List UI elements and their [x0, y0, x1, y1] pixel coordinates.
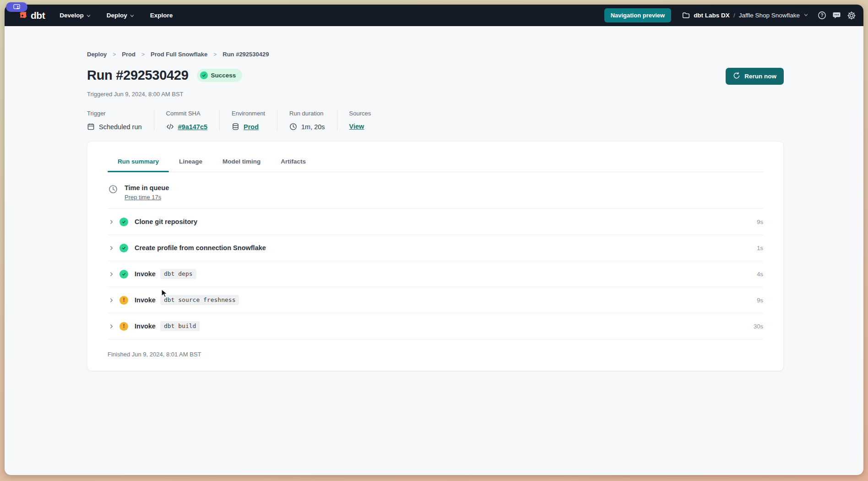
step-row[interactable]: Clone git repository9s: [108, 209, 763, 235]
chevron-down-icon: [130, 12, 135, 18]
meta-run-duration: Run duration1m, 20s: [277, 110, 337, 131]
breadcrumb-item: Run #292530429: [222, 51, 269, 58]
breadcrumb: Deploy>Prod>Prod Full Snowflake>Run #292…: [87, 51, 784, 58]
meta-trigger: TriggerScheduled run: [87, 110, 154, 131]
step-duration: 4s: [757, 271, 763, 278]
clock-icon: [108, 185, 118, 194]
chevron-right-icon[interactable]: [108, 219, 119, 225]
clock-icon: [289, 123, 297, 131]
nav-item-explore[interactable]: Explore: [150, 12, 173, 19]
breadcrumb-separator: >: [213, 51, 217, 58]
step-row[interactable]: !Invokedbt build30s: [108, 313, 763, 339]
prep-time-link[interactable]: Prep time 17s: [125, 194, 161, 201]
main-nav: DevelopDeployExplore: [60, 12, 188, 19]
queue-title: Time in queue: [125, 184, 169, 191]
breadcrumb-item[interactable]: Deploy: [87, 51, 107, 58]
meta-label: Environment: [232, 110, 265, 117]
tab-lineage[interactable]: Lineage: [169, 157, 212, 172]
database-icon: [232, 123, 239, 131]
finished-timestamp: Finished Jun 9, 2024, 8:01 AM BST: [108, 339, 763, 358]
run-metadata: TriggerScheduled runCommit SHA#9a147c5En…: [87, 110, 784, 131]
chevron-right-icon[interactable]: [108, 271, 119, 277]
step-command: dbt source freshness: [160, 295, 239, 305]
chevron-right-icon[interactable]: [108, 245, 119, 251]
step-list: Clone git repository9sCreate profile fro…: [108, 209, 763, 339]
success-icon: [119, 244, 128, 252]
svg-text:?: ?: [820, 13, 823, 18]
calendar-icon: [87, 123, 95, 131]
status-label: Success: [211, 72, 236, 79]
breadcrumb-item[interactable]: Prod: [122, 51, 136, 58]
settings-icon[interactable]: [847, 11, 856, 20]
status-badge: Success: [197, 69, 243, 82]
chevron-right-icon[interactable]: [108, 323, 119, 329]
project-name: Jaffle Shop Snowflake: [739, 12, 800, 19]
meta-value[interactable]: Prod: [244, 123, 259, 131]
breadcrumb-separator: >: [141, 51, 145, 58]
step-label: Invoke: [135, 322, 156, 330]
success-icon: [119, 218, 128, 226]
navigation-preview-button[interactable]: Navigation preview: [604, 8, 671, 22]
meta-commit-sha: Commit SHA#9a147c5: [154, 110, 220, 131]
chevron-down-icon: [803, 12, 808, 19]
step-label: Invoke: [135, 270, 156, 278]
warning-icon: !: [119, 322, 128, 331]
meta-sources: SourcesView: [337, 110, 383, 131]
triggered-timestamp: Triggered Jun 9, 2024, 8:00 AM BST: [87, 91, 784, 98]
chevron-right-icon[interactable]: [108, 297, 119, 303]
step-label: Create profile from connection Snowflake: [135, 244, 266, 251]
topbar-icons: ?: [818, 11, 856, 20]
nav-item-label: Explore: [150, 12, 173, 19]
meta-label: Trigger: [87, 110, 142, 117]
step-duration: 30s: [754, 323, 763, 330]
tab-model-timing[interactable]: Model timing: [212, 157, 271, 172]
meta-environment: EnvironmentProd: [219, 110, 277, 131]
meta-label: Run duration: [289, 110, 325, 117]
rerun-now-button[interactable]: Rerun now: [726, 68, 784, 85]
code-icon: [166, 123, 174, 131]
warning-icon: !: [119, 296, 128, 305]
meta-label: Sources: [349, 110, 371, 117]
step-row[interactable]: Invokedbt deps4s: [108, 261, 763, 287]
success-icon: [119, 270, 128, 279]
account-separator: /: [733, 12, 735, 19]
meta-value[interactable]: View: [349, 123, 364, 130]
nav-item-label: Develop: [60, 12, 84, 19]
nav-item-deploy[interactable]: Deploy: [107, 12, 135, 19]
step-label: Invoke: [135, 296, 156, 304]
success-icon: [200, 71, 208, 79]
page-header: Run #292530429 Success Rerun now: [87, 68, 784, 85]
meta-label: Commit SHA: [166, 110, 208, 117]
run-summary-card: Run summaryLineageModel timingArtifacts …: [87, 141, 784, 371]
rerun-label: Rerun now: [744, 73, 776, 80]
account-project-switcher[interactable]: dbt Labs DX / Jaffle Shop Snowflake: [682, 11, 808, 19]
folder-icon: [682, 11, 690, 19]
tab-run-summary[interactable]: Run summary: [108, 157, 169, 172]
step-duration: 1s: [757, 245, 763, 251]
rerun-icon: [733, 72, 740, 81]
app-window: dbt DevelopDeployExplore Navigation prev…: [5, 5, 863, 475]
tab-bar: Run summaryLineageModel timingArtifacts: [108, 157, 763, 172]
topbar: dbt DevelopDeployExplore Navigation prev…: [5, 5, 863, 26]
run-detail-page: Deploy>Prod>Prod Full Snowflake>Run #292…: [5, 26, 863, 371]
meta-value: 1m, 20s: [301, 123, 325, 131]
step-row[interactable]: !Invokedbt source freshness9s: [108, 287, 763, 313]
meta-value[interactable]: #9a147c5: [178, 123, 208, 131]
breadcrumb-separator: >: [113, 51, 116, 58]
nav-item-develop[interactable]: Develop: [60, 12, 91, 19]
help-icon[interactable]: ?: [818, 11, 826, 20]
nav-item-label: Deploy: [107, 12, 127, 19]
dbt-logo-text: dbt: [31, 10, 45, 21]
account-name: dbt Labs DX: [694, 12, 730, 19]
step-label: Clone git repository: [135, 218, 197, 225]
step-command: dbt build: [160, 321, 200, 331]
step-command: dbt deps: [160, 269, 196, 279]
screen-share-badge[interactable]: [6, 2, 27, 12]
screen-share-icon: [13, 3, 20, 11]
breadcrumb-item[interactable]: Prod Full Snowflake: [151, 51, 207, 58]
tab-artifacts[interactable]: Artifacts: [271, 157, 316, 172]
step-row[interactable]: Create profile from connection Snowflake…: [108, 235, 763, 261]
time-in-queue-row: Time in queue Prep time 17s: [108, 172, 763, 209]
feedback-icon[interactable]: [832, 11, 841, 20]
page-title: Run #292530429: [87, 68, 189, 83]
